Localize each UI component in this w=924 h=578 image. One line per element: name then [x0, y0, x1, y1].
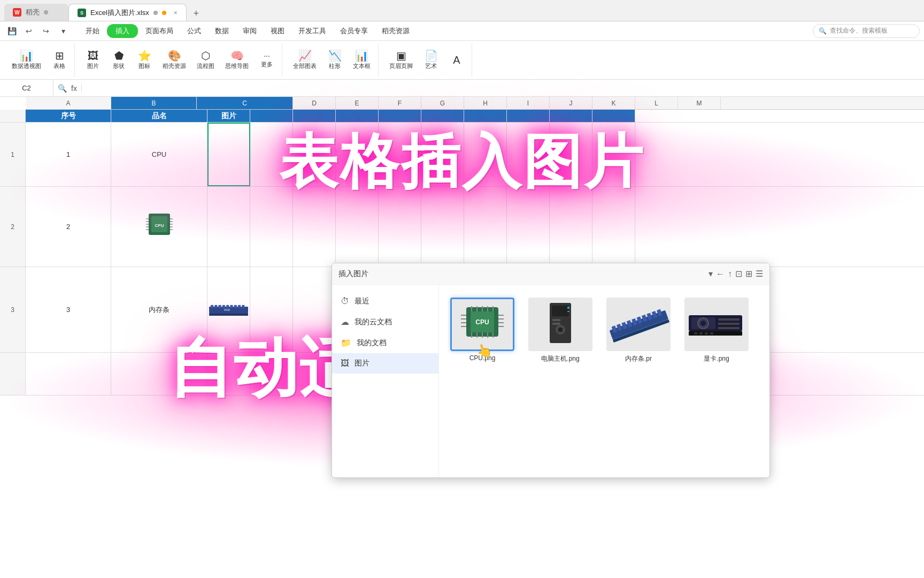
cmd-line[interactable]: 📉 柱形 [323, 48, 346, 72]
sidebar-label-cloud: 我的云文档 [355, 317, 392, 327]
nav-up-icon[interactable]: ↑ [728, 269, 732, 279]
svg-rect-22 [242, 305, 244, 308]
toolbar-area: 💾 ↩ ↪ ▾ 开始 插入 页面布局 公式 数据 审阅 视图 开发工具 会员专享… [0, 21, 924, 80]
col-header-h[interactable]: H [464, 97, 507, 109]
svg-rect-77 [710, 332, 713, 334]
save-button[interactable]: 💾 [4, 24, 19, 39]
tab-excel[interactable]: S Excel插入图片.xlsx × [68, 4, 187, 21]
col-header-f[interactable]: F [379, 97, 421, 109]
column-headers: A B C D E F G H I J K L M [26, 97, 924, 110]
cmd-more[interactable]: ··· 更多 [255, 50, 279, 71]
sidebar-item-pictures[interactable]: 🖼 图片 [332, 353, 438, 374]
svg-rect-53 [567, 311, 569, 312]
cmd-textbox[interactable]: ▣ 页眉页脚 [385, 48, 417, 72]
folder-icon: 📁 [341, 338, 351, 348]
more-label: 更多 [261, 60, 273, 69]
gpu-thumb-image [686, 310, 748, 339]
tab-developer[interactable]: 开发工具 [292, 24, 333, 38]
svg-rect-76 [705, 332, 708, 334]
tab-review[interactable]: 审阅 [236, 24, 263, 38]
tab-wps[interactable]: W 稻壳 [4, 4, 68, 21]
file-picker-nav: ▾ ← ↑ ⊡ ⊞ ☰ [709, 269, 763, 279]
flow-label: 流程图 [197, 62, 214, 70]
add-tab-button[interactable]: + [189, 6, 204, 21]
tab-member[interactable]: 会员专享 [334, 24, 374, 38]
all-chart-icon: 📈 [298, 50, 312, 61]
nav-list-icon[interactable]: ☰ [756, 269, 763, 279]
file-picker-main: CPU [439, 285, 769, 477]
formula-bar: C2 🔍 fx [0, 80, 924, 97]
line-icon: 📉 [328, 50, 342, 61]
cmd-all-chart[interactable]: 📈 全部图表 [289, 48, 321, 72]
pivot-table-icon: 📊 [20, 50, 33, 61]
col-header-g[interactable]: G [421, 97, 464, 109]
sidebar-item-recent[interactable]: ⏱ 最近 [332, 291, 438, 311]
pc-thumb-image [542, 300, 579, 348]
col-header-c[interactable]: C [197, 97, 293, 109]
undo-button[interactable]: ↩ [21, 24, 36, 39]
col-header-l[interactable]: L [635, 97, 678, 109]
formula-tools: 🔍 fx [53, 84, 82, 93]
tab-data[interactable]: 数据 [209, 24, 235, 38]
col-header-d[interactable]: D [293, 97, 336, 109]
pictures-icon: 🖼 [341, 359, 349, 368]
mindmap-icon: 🧠 [230, 50, 244, 61]
file-thumb-pc[interactable]: 电脑主机.png [526, 298, 595, 363]
undo-history-button[interactable]: ▾ [56, 24, 71, 39]
col-header-j[interactable]: J [550, 97, 592, 109]
file-thumb-ram[interactable]: 内存条.pr [604, 298, 673, 363]
cmd-pivot-table[interactable]: 📊 数据透视图 [7, 48, 45, 72]
file-thumbnails: CPU [448, 293, 761, 368]
search-bar[interactable]: 🔍 查找命令、搜索模板 [813, 24, 920, 38]
nav-chevron-down-icon: ▾ [709, 269, 713, 279]
col-header-i[interactable]: I [507, 97, 550, 109]
tab-status-dot [44, 10, 48, 14]
image-icon: 🖼 [88, 50, 98, 61]
cmd-wps-res[interactable]: 🎨 稻壳资源 [158, 48, 190, 72]
col-header-k[interactable]: K [592, 97, 635, 109]
cmd-art[interactable]: A [445, 52, 468, 69]
search-icon: 🔍 [819, 27, 827, 35]
nav-back-icon[interactable]: ← [716, 269, 725, 279]
nav-grid-icon[interactable]: ⊞ [745, 269, 752, 279]
tab-wps-res[interactable]: 稻壳资源 [375, 24, 416, 38]
nav-restore-icon[interactable]: ⊡ [735, 269, 742, 279]
ram-thumb-container [606, 298, 671, 351]
cell-reference[interactable]: C2 [0, 80, 53, 96]
art-icon: A [453, 55, 460, 65]
tab-close-icon[interactable]: × [174, 9, 178, 17]
cmd-mindmap[interactable]: 🧠 思维导图 [221, 48, 253, 72]
cmd-header[interactable]: 📄 艺术 [419, 48, 443, 72]
bar-icon: 📊 [355, 50, 368, 61]
cmd-shape[interactable]: ⬟ 形状 [107, 48, 130, 72]
file-thumb-gpu[interactable]: 显卡.png [682, 298, 751, 363]
tab-home[interactable]: 开始 [79, 24, 106, 38]
redo-button[interactable]: ↪ [38, 24, 53, 39]
tab-view[interactable]: 视图 [264, 24, 291, 38]
cmd-bar[interactable]: 📊 文本框 [349, 48, 375, 72]
svg-rect-16 [219, 305, 221, 308]
col-header-m[interactable]: M [678, 97, 721, 109]
cmd-image[interactable]: 🖼 图片 [81, 48, 105, 72]
col-header-e[interactable]: E [336, 97, 379, 109]
svg-rect-20 [234, 305, 237, 308]
svg-rect-70 [718, 318, 740, 321]
cmd-flow[interactable]: ⬡ 流程图 [192, 48, 219, 72]
tab-unsaved-dot [162, 11, 166, 15]
col-header-b[interactable]: B [111, 97, 197, 109]
more-icon: ··· [264, 52, 270, 59]
cmd-group-text: ▣ 页眉页脚 📄 艺术 A [382, 43, 472, 77]
sidebar-item-mydocs[interactable]: 📁 我的文档 [332, 332, 438, 353]
all-chart-label: 全部图表 [293, 62, 317, 70]
cmd-icon[interactable]: ⭐ 图标 [133, 48, 156, 72]
cmd-table[interactable]: ⊞ 表格 [48, 48, 71, 72]
tab-insert[interactable]: 插入 [107, 24, 138, 38]
col-header-b[interactable]: A [26, 97, 111, 109]
sidebar-item-cloud[interactable]: ☁ 我的云文档 [332, 311, 438, 332]
tab-layout[interactable]: 页面布局 [139, 24, 180, 38]
wps-res-icon: 🎨 [168, 50, 181, 61]
gpu-file-label: 显卡.png [704, 354, 729, 363]
tab-formula[interactable]: 公式 [181, 24, 207, 38]
search-placeholder: 查找命令、搜索模板 [830, 26, 888, 35]
svg-text:CPU: CPU [475, 318, 489, 326]
